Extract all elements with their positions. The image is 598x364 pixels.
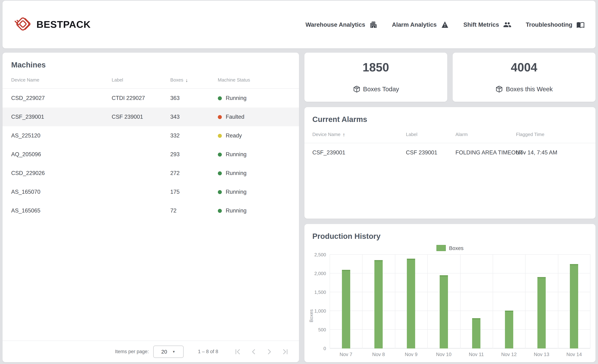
first-page-button[interactable] [234,348,241,355]
column-header-boxes[interactable]: Boxes↓ [170,77,218,83]
machine-row-aq-205096[interactable]: AQ_205096293Running [2,145,299,164]
x-tick-label: Nov 13 [525,352,558,357]
column-header-label[interactable]: Label [406,132,456,137]
column-header-label[interactable]: Label [112,77,170,83]
y-axis-ticks: 05001,0001,5002,0002,500 [315,255,330,348]
label-cell: CTDI 229027 [112,95,170,101]
x-tick-label: Nov 14 [558,352,590,357]
status-text: Ready [226,132,242,139]
main-nav: Warehouse AnalyticsAlarm AnalyticsShift … [306,20,585,29]
y-tick-label: 500 [318,327,326,332]
device-name-cell: AS_165070 [11,189,112,195]
boxes-week-value: 4004 [511,61,537,74]
nav-item-alarm-analytics[interactable]: Alarm Analytics [392,20,449,29]
device-name-cell: CSF_239001 [11,114,112,120]
label-cell: CSF 239001 [112,114,170,120]
machines-pagination: Items per page: 20 ▼ 1 – 8 of 8 [2,340,299,362]
v-gridline [525,255,526,348]
boxes-cell: 363 [170,95,218,101]
machines-table-header: Device Name Label Boxes↓ Machine Status [2,71,299,89]
x-tick-label: Nov 11 [460,352,493,357]
flagged-time-cell: Nov 14, 7:45 AM [516,149,588,156]
stat-card-boxes-this-week: 4004 Boxes this Week [453,53,596,102]
chart-plot-area [330,255,590,348]
status-dot-icon [218,115,222,119]
v-gridline [558,255,558,348]
column-header-flagged-time[interactable]: Flagged Time [516,132,588,137]
status-text: Running [226,207,247,214]
x-tick-label: Nov 10 [427,352,460,357]
y-tick-label: 2,000 [314,271,326,276]
status-text: Running [226,95,247,101]
status-text: Running [226,189,247,195]
previous-page-button[interactable] [250,348,257,355]
main-content: Machines Device Name Label Boxes↓ Machin… [2,53,596,362]
building-icon [369,20,377,29]
items-per-page-select[interactable]: 20 ▼ [153,345,183,358]
status-dot-icon [218,171,222,175]
column-header-machine-status[interactable]: Machine Status [218,77,290,83]
machine-row-csf-239001[interactable]: CSF_239001CSF 239001343Faulted [2,108,299,126]
status-dot-icon [218,96,222,100]
machine-status-cell: Faulted [218,114,290,120]
last-page-button[interactable] [282,348,289,355]
machine-status-cell: Running [218,170,290,176]
boxes-today-value: 1850 [363,61,389,74]
column-header-alarm[interactable]: Alarm [455,132,516,137]
machines-table-body: CSD_229027CTDI 229027363RunningCSF_23900… [2,89,299,220]
machine-status-cell: Running [218,189,290,195]
bar-nov-10 [440,275,448,348]
next-page-button[interactable] [266,348,273,355]
x-axis-labels: Nov 7Nov 8Nov 9Nov 10Nov 11Nov 12Nov 13N… [330,352,590,357]
machine-row-as-165065[interactable]: AS_16506572Running [2,201,299,220]
y-tick-label: 1,000 [314,308,326,314]
brand[interactable]: BESTPACK [13,15,91,34]
bar-nov-7 [342,270,350,348]
device-name-cell: CSF_239001 [312,149,406,156]
bar-nov-12 [505,311,513,348]
sort-desc-arrow-icon: ↓ [186,77,188,83]
machine-row-as-225120[interactable]: AS_225120332Ready [2,126,299,145]
boxes-cell: 175 [170,189,218,195]
machine-row-csd-229026[interactable]: CSD_229026272Running [2,164,299,182]
brand-name: BESTPACK [36,19,91,30]
column-header-device-name[interactable]: Device Name [11,77,112,83]
people-icon [503,20,511,29]
bar-nov-8 [374,260,383,348]
machine-row-as-165070[interactable]: AS_165070175Running [2,182,299,201]
v-gridline [330,255,330,348]
box-icon [495,85,503,93]
machine-row-csd-229027[interactable]: CSD_229027CTDI 229027363Running [2,89,299,108]
boxes-cell: 72 [170,207,218,214]
sort-asc-arrow-icon: ↑ [343,132,345,137]
v-gridline [362,255,363,348]
y-tick-label: 2,500 [314,252,326,257]
bar-nov-14 [570,264,578,348]
label-cell: CSF 239001 [406,149,456,156]
chart-legend: Boxes [304,245,596,251]
v-gridline [590,255,590,348]
pagination-buttons [234,348,289,355]
machine-status-cell: Ready [218,132,290,139]
status-text: Faulted [226,114,244,120]
alarms-table-body: CSF_239001CSF 239001FOLDING AREA TIMEOUT… [304,143,596,162]
nav-item-troubleshooting[interactable]: Troubleshooting [526,20,585,29]
alarm-cell: FOLDING AREA TIMEOUT [455,149,516,156]
machine-status-cell: Running [218,151,290,158]
stats-row: 1850 Boxes Today 4004 Boxes this Week [304,53,596,102]
bar-nov-9 [407,259,415,348]
bar-nov-11 [472,318,481,348]
nav-item-warehouse-analytics[interactable]: Warehouse Analytics [306,20,377,29]
warning-icon [440,20,449,29]
machine-status-cell: Running [218,95,290,101]
nav-label: Alarm Analytics [392,21,437,28]
x-tick-label: Nov 7 [330,352,362,357]
nav-label: Shift Metrics [463,21,499,28]
v-gridline [395,255,395,348]
column-header-device-name[interactable]: Device Name↑ [312,132,406,137]
status-dot-icon [218,190,222,194]
nav-item-shift-metrics[interactable]: Shift Metrics [463,20,511,29]
status-dot-icon [218,134,222,138]
boxes-cell: 343 [170,114,218,120]
dashboard-page: BESTPACK Warehouse AnalyticsAlarm Analyt… [0,1,598,364]
